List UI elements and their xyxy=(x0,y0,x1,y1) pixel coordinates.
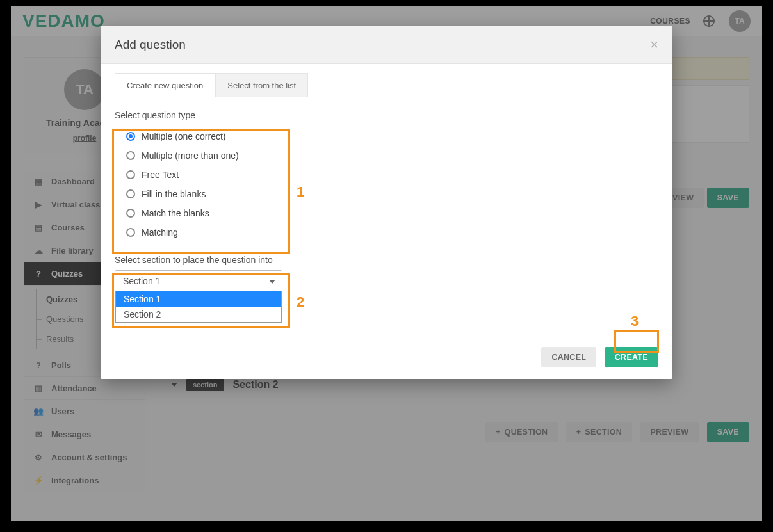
close-icon[interactable]: × xyxy=(650,38,658,52)
select-dropdown: Section 1 Section 2 xyxy=(115,291,282,323)
question-type-label: Select question type xyxy=(115,110,658,120)
radio-icon xyxy=(126,151,135,160)
question-type-group: Multiple (one correct) Multiple (more th… xyxy=(115,125,658,251)
select-head[interactable]: Section 1 xyxy=(115,271,282,291)
modal-tabs: Create new question Select from the list xyxy=(115,73,658,97)
radio-icon xyxy=(126,170,135,179)
radio-icon xyxy=(126,132,135,141)
radio-icon xyxy=(126,189,135,198)
qtype-match-blanks[interactable]: Match the blanks xyxy=(126,204,658,223)
create-button[interactable]: CREATE xyxy=(605,347,658,367)
section-select[interactable]: Section 1 Section 1 Section 2 xyxy=(115,270,282,323)
tab-create-new[interactable]: Create new question xyxy=(115,73,215,97)
select-value: Section 1 xyxy=(123,276,160,286)
radio-label: Multiple (one correct) xyxy=(142,131,226,141)
modal-header: Add question × xyxy=(101,26,672,64)
modal-footer: CANCEL CREATE xyxy=(101,335,672,379)
qtype-free-text[interactable]: Free Text xyxy=(126,165,658,184)
chevron-down-icon xyxy=(269,280,275,284)
qtype-matching[interactable]: Matching xyxy=(126,223,658,242)
radio-icon xyxy=(126,228,135,237)
add-question-modal: Add question × Create new question Selec… xyxy=(101,26,672,379)
qtype-multiple-many[interactable]: Multiple (more than one) xyxy=(126,146,658,165)
radio-label: Fill in the blanks xyxy=(142,189,206,199)
tab-select-from-list[interactable]: Select from the list xyxy=(215,73,308,97)
select-option-section2[interactable]: Section 2 xyxy=(116,307,281,322)
radio-label: Free Text xyxy=(142,170,179,180)
radio-label: Matching xyxy=(142,227,178,238)
radio-label: Match the blanks xyxy=(142,208,209,218)
qtype-multiple-one[interactable]: Multiple (one correct) xyxy=(126,127,658,146)
cancel-button[interactable]: CANCEL xyxy=(541,347,596,367)
radio-label: Multiple (more than one) xyxy=(142,150,239,161)
qtype-fill-blanks[interactable]: Fill in the blanks xyxy=(126,184,658,204)
radio-icon xyxy=(126,209,135,218)
select-option-section1[interactable]: Section 1 xyxy=(116,291,281,307)
section-select-label: Select section to place the question int… xyxy=(115,255,658,265)
modal-title: Add question xyxy=(115,38,186,52)
